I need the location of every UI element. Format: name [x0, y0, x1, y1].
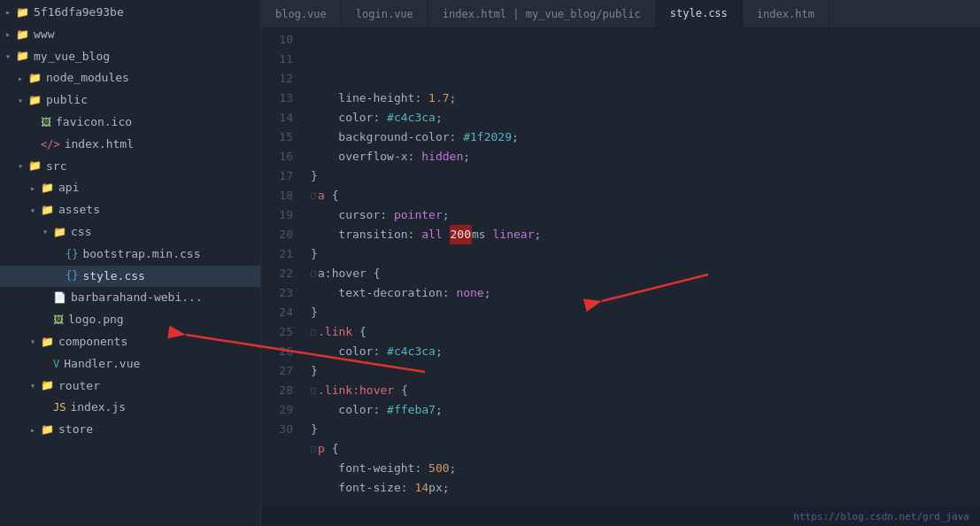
- folder-icon: 📁: [16, 6, 29, 19]
- line-number-17: 17: [261, 166, 293, 186]
- sidebar-item-index.js[interactable]: JS index.js: [0, 397, 260, 419]
- folder-icon: 📁: [41, 423, 54, 436]
- code-line-18: }: [311, 244, 980, 264]
- tab-bar: blog.vuelogin.vueindex.html | my_vue_blo…: [261, 0, 980, 28]
- code-line-26: color: #ffeba7;: [311, 400, 980, 420]
- js-file-icon: JS: [53, 401, 66, 414]
- line-number-18: 18: [261, 186, 293, 205]
- sidebar-label: router: [58, 377, 100, 396]
- editor-area: blog.vuelogin.vueindex.html | my_vue_blo…: [261, 0, 980, 526]
- css-file-icon: {}: [66, 248, 78, 260]
- code-line-21: }: [311, 303, 980, 322]
- collapse-icon[interactable]: □: [311, 322, 316, 342]
- code-line-24: }: [311, 361, 980, 381]
- img-file-icon: 🖼: [41, 116, 51, 128]
- code-line-16: cursor: pointer;: [311, 205, 980, 225]
- sidebar-item-style.css[interactable]: {} style.css: [0, 266, 260, 288]
- folder-icon: 📁: [28, 72, 42, 84]
- sidebar-item-Handler.vue[interactable]: V Handler.vue: [0, 353, 260, 375]
- status-bar: https://blog.csdn.net/grd_java: [261, 507, 980, 526]
- line-number-26: 26: [261, 342, 293, 361]
- sidebar-label: my_vue_blog: [34, 48, 110, 66]
- sidebar-label: api: [58, 179, 79, 197]
- sidebar-label: node_modules: [46, 69, 129, 88]
- line-number-14: 14: [261, 108, 293, 128]
- css-file-icon: {}: [66, 269, 78, 282]
- sidebar-label: style.css: [82, 267, 144, 286]
- sidebar-item-assets[interactable]: 📁 assets: [0, 199, 260, 221]
- sidebar-label: index.html: [65, 135, 134, 154]
- code-line-12: background-color: #1f2029;: [311, 128, 980, 147]
- sidebar-item-public[interactable]: 📁 public: [0, 89, 260, 112]
- sidebar-item-index.html[interactable]: </> index.html: [0, 134, 260, 156]
- line-number-29: 29: [261, 400, 293, 420]
- line-number-20: 20: [261, 225, 293, 244]
- line-number-11: 11: [261, 50, 293, 69]
- sidebar-label: assets: [58, 201, 100, 220]
- sidebar-label: Handler.vue: [64, 355, 140, 374]
- code-line-27: }: [311, 420, 980, 439]
- line-number-21: 21: [261, 244, 293, 264]
- code-line-30: font-size: 14px;: [311, 478, 980, 498]
- sidebar-label: barbarahand-webi...: [71, 289, 203, 307]
- folder-icon: 📁: [16, 28, 29, 41]
- folder-icon: 📁: [16, 50, 29, 62]
- sidebar-item-5f16dfa9e93be[interactable]: 📁 5f16dfa9e93be: [0, 2, 260, 24]
- status-url: https://blog.csdn.net/grd_java: [793, 511, 969, 522]
- collapse-icon[interactable]: □: [311, 439, 316, 459]
- line-number-16: 16: [261, 147, 293, 166]
- sidebar-label: components: [58, 333, 127, 352]
- sidebar-item-src[interactable]: 📁 src: [0, 156, 260, 178]
- sidebar-item-router[interactable]: 📁 router: [0, 375, 260, 398]
- sidebar-label: store: [58, 421, 93, 439]
- sidebar-label: bootstrap.min.css: [82, 245, 200, 264]
- sidebar-item-components[interactable]: 📁 components: [0, 331, 260, 353]
- tab-blog-vue[interactable]: blog.vue: [261, 0, 342, 27]
- html-file-icon: </>: [41, 138, 60, 151]
- sidebar-item-bootstrap.min.css[interactable]: {} bootstrap.min.css: [0, 244, 260, 266]
- sidebar-item-api[interactable]: 📁 api: [0, 177, 260, 199]
- collapse-icon[interactable]: □: [311, 264, 316, 283]
- tab-index-html---my-vue-blog-public[interactable]: index.html | my_vue_blog/public: [428, 0, 656, 27]
- tab-login-vue[interactable]: login.vue: [342, 0, 428, 27]
- folder-icon: 📁: [41, 204, 54, 216]
- sidebar-label: logo.png: [68, 311, 124, 329]
- sidebar-item-css[interactable]: 📁 css: [0, 221, 260, 244]
- tab-index-htm[interactable]: index.htm: [743, 0, 830, 27]
- sidebar-label: css: [71, 223, 91, 242]
- tab-style-css[interactable]: style.css: [656, 0, 743, 27]
- code-line-17: transition: all 200ms linear;: [311, 225, 980, 244]
- code-line-28: □p {: [311, 439, 980, 459]
- code-line-19: □a:hover {: [311, 264, 980, 283]
- sidebar-label: public: [46, 91, 88, 110]
- line-number-25: 25: [261, 322, 293, 342]
- code-line-10: line-height: 1.7;: [311, 89, 980, 108]
- line-number-19: 19: [261, 205, 293, 225]
- line-number-10: 10: [261, 30, 293, 50]
- code-line-13: overflow-x: hidden;: [311, 147, 980, 166]
- sidebar-item-www[interactable]: 📁 www: [0, 24, 260, 46]
- line-number-30: 30: [261, 420, 293, 439]
- sidebar-item-favicon.ico[interactable]: 🖼 favicon.ico: [0, 112, 260, 134]
- sidebar-item-my_vue_blog[interactable]: 📁 my_vue_blog: [0, 46, 260, 68]
- folder-icon: 📁: [41, 182, 54, 194]
- sidebar-label: favicon.ico: [56, 113, 132, 132]
- line-number-15: 15: [261, 128, 293, 147]
- sidebar-label: 5f16dfa9e93be: [34, 4, 124, 22]
- file-icon: 📄: [53, 291, 66, 304]
- code-content[interactable]: line-height: 1.7; color: #c4c3ca; backgr…: [304, 28, 980, 507]
- collapse-icon[interactable]: □: [311, 186, 316, 205]
- sidebar-item-node_modules[interactable]: 📁 node_modules: [0, 67, 260, 89]
- sidebar-item-barbarahand-webi[interactable]: 📄 barbarahand-webi...: [0, 287, 260, 309]
- sidebar-item-logo.png[interactable]: 🖼 logo.png: [0, 309, 260, 331]
- line-number-22: 22: [261, 264, 293, 283]
- code-line-20: text-decoration: none;: [311, 283, 980, 303]
- folder-icon: 📁: [41, 379, 54, 391]
- sidebar-item-store[interactable]: 📁 store: [0, 419, 260, 441]
- collapse-icon[interactable]: □: [311, 381, 316, 400]
- line-number-12: 12: [261, 69, 293, 89]
- line-number-23: 23: [261, 283, 293, 303]
- code-line-25: □.link:hover {: [311, 381, 980, 400]
- code-line-14: }: [311, 166, 980, 186]
- sidebar-label: src: [46, 158, 66, 176]
